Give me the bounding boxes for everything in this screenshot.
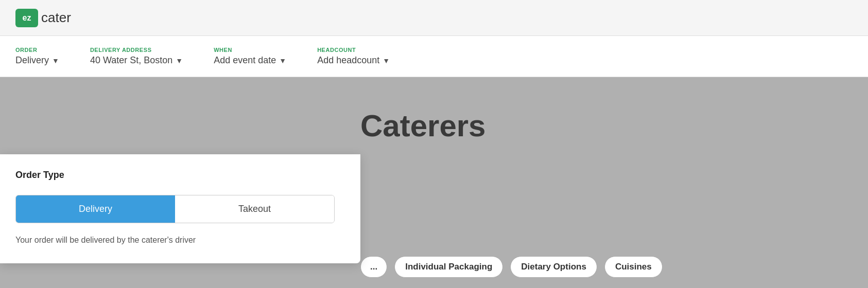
- takeout-button[interactable]: Takeout: [175, 195, 334, 223]
- dropdown-title: Order Type: [15, 170, 345, 181]
- order-type-dropdown: Order Type Delivery Takeout Your order w…: [0, 154, 360, 263]
- logo-ez: ez: [23, 13, 31, 23]
- logo-wordmark: cater: [41, 10, 71, 26]
- navbar: ORDER Delivery ▼ DELIVERY ADDRESS 40 Wat…: [0, 36, 868, 77]
- main-content: Caterers ... Individual Packaging Dietar…: [0, 77, 868, 288]
- filter-chips: ... Individual Packaging Dietary Options…: [360, 256, 663, 278]
- when-nav-value[interactable]: Add event date ▼: [214, 55, 286, 66]
- delivery-address-nav-item[interactable]: DELIVERY ADDRESS 40 Water St, Boston ▼: [90, 47, 183, 66]
- caterers-heading: Caterers: [360, 108, 486, 143]
- headcount-nav-value[interactable]: Add headcount ▼: [317, 55, 390, 66]
- logo[interactable]: ez cater: [15, 9, 71, 27]
- order-nav-value[interactable]: Delivery ▼: [15, 55, 59, 66]
- when-nav-item[interactable]: WHEN Add event date ▼: [214, 47, 286, 66]
- chip-individual-packaging[interactable]: Individual Packaging: [394, 256, 503, 278]
- headcount-chevron-icon: ▼: [383, 57, 390, 65]
- chip-ellipsis[interactable]: ...: [360, 256, 387, 278]
- header: ez cater: [0, 0, 868, 36]
- order-nav-item[interactable]: ORDER Delivery ▼: [15, 47, 59, 66]
- chip-cuisines[interactable]: Cuisines: [604, 256, 663, 278]
- when-nav-label: WHEN: [214, 47, 286, 53]
- delivery-button[interactable]: Delivery: [16, 195, 175, 223]
- order-nav-label: ORDER: [15, 47, 59, 53]
- delivery-address-nav-value[interactable]: 40 Water St, Boston ▼: [90, 55, 183, 66]
- order-chevron-icon: ▼: [52, 57, 59, 65]
- headcount-nav-item[interactable]: HEADCOUNT Add headcount ▼: [317, 47, 390, 66]
- delivery-address-nav-label: DELIVERY ADDRESS: [90, 47, 183, 53]
- dropdown-description: Your order will be delivered by the cate…: [15, 236, 345, 245]
- chip-dietary-options[interactable]: Dietary Options: [510, 256, 597, 278]
- logo-box: ez: [15, 9, 38, 27]
- delivery-address-chevron-icon: ▼: [176, 57, 183, 65]
- order-type-toggle: Delivery Takeout: [15, 195, 335, 223]
- when-chevron-icon: ▼: [279, 57, 286, 65]
- headcount-nav-label: HEADCOUNT: [317, 47, 390, 53]
